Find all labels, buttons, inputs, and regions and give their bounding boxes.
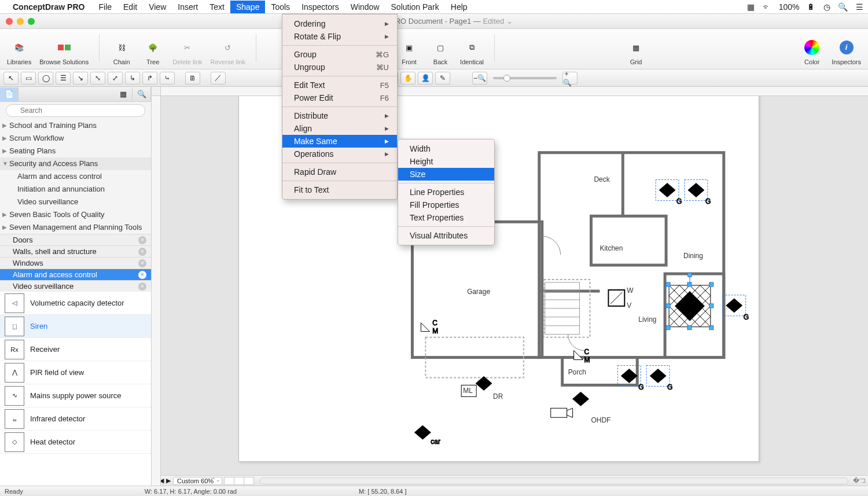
hand-tool[interactable]: ✋ [400,72,415,84]
library-row[interactable]: Alarm and access control× [0,269,151,280]
menu-shape[interactable]: Shape [230,1,265,13]
menu-item-rotate-flip[interactable]: Rotate & Flip [282,30,397,43]
ellipse-tool[interactable]: ◯ [38,72,53,84]
shape-item[interactable]: RxReceiver [0,338,151,361]
menu-solution-park[interactable]: Solution Park [385,1,445,13]
menu-window[interactable]: Window [345,1,385,13]
tree-item[interactable]: ▼Security and Access Plans [0,157,151,170]
close-window-button[interactable] [6,18,13,25]
h-scrollbar[interactable] [260,477,848,484]
zoom-combo[interactable]: Custom 60% [173,477,222,485]
lp-tab-search[interactable]: 🔍 [133,87,151,101]
browse-solutions-button[interactable]: Browse Solutions [37,36,91,67]
submenu-item-visual-attributes[interactable]: Visual Attributes [398,229,494,242]
identical-button[interactable]: ⧉Identical [458,36,486,67]
grid-button[interactable]: ▦Grid [622,36,650,67]
shape-item[interactable]: ◁Volumetric capacity detector [0,292,151,315]
rect-tool[interactable]: ▭ [21,72,36,84]
canvas-area[interactable]: Deck Kitchen Dining Living Porch Garage … [152,87,868,486]
pointer-tool[interactable]: ↖ [3,72,19,84]
menu-tools[interactable]: Tools [265,1,296,13]
tree-item[interactable]: ▶Scrum Workflow [0,132,151,145]
menu-file[interactable]: File [93,1,117,13]
submenu-item-line-properties[interactable]: Line Properties [398,186,494,199]
lp-tab-outline[interactable]: 📄 [0,87,19,101]
doc-tool[interactable]: 🗎 [185,72,200,84]
zoom-slider[interactable] [493,77,557,79]
library-row[interactable]: Windows× [0,257,151,269]
spotlight-icon[interactable]: 🔍 [838,2,848,12]
zoom-window-button[interactable] [28,18,35,25]
shape-item[interactable]: ∿Mains supply power source [0,384,151,407]
close-library-icon[interactable]: × [138,248,146,256]
shape-item[interactable]: ⏛Infrared detector [0,407,151,431]
submenu-item-text-properties[interactable]: Text Properties [398,211,494,224]
menu-view[interactable]: View [143,1,172,13]
menu-item-distribute[interactable]: Distribute [282,109,397,122]
reverse-link-button[interactable]: ↺Reverse link [208,36,248,67]
library-row[interactable]: Video surveillance× [0,280,151,292]
eyedropper-tool[interactable]: ✎ [435,72,450,84]
libraries-button[interactable]: 📚Libraries [5,36,34,67]
shape-item[interactable]: ◇Heat detector [0,431,151,454]
menu-help[interactable]: Help [445,1,473,13]
menu-edit[interactable]: Edit [117,1,143,13]
menu-item-align[interactable]: Align [282,122,397,135]
menu-item-group[interactable]: Group⌘G [282,48,397,61]
library-row[interactable]: Walls, shell and structure× [0,245,151,257]
tree-item[interactable]: ▶Seating Plans [0,145,151,157]
ruler-horizontal[interactable] [161,87,868,96]
line-tool[interactable]: ／ [211,72,226,84]
pager-next[interactable]: ▶ [166,477,171,484]
menu-item-power-edit[interactable]: Power EditF6 [282,91,397,104]
conn5-tool[interactable]: ↱ [142,72,157,84]
conn2-tool[interactable]: ⤡ [90,72,105,84]
close-library-icon[interactable]: × [138,282,146,291]
close-library-icon[interactable]: × [138,271,146,279]
app-name[interactable]: ConceptDraw PRO [13,2,84,12]
resize-grip-icon[interactable]: �⫎ [853,477,866,484]
zoom-in-button[interactable]: ＋🔍 [562,72,578,84]
page-tabs[interactable] [225,477,254,485]
close-library-icon[interactable]: × [138,259,146,267]
tree-item[interactable]: Alarm and access control [0,170,151,183]
dashboard-icon[interactable]: ▦ [747,2,755,12]
tree-button[interactable]: 🌳Tree [139,36,167,67]
shape-item[interactable]: ⎕Siren [0,315,151,338]
menu-inspectors[interactable]: Inspectors [296,1,345,13]
front-button[interactable]: ▣Front [395,36,423,67]
minimize-window-button[interactable] [17,18,24,25]
battery-icon[interactable]: 🔋︎ [807,2,815,12]
library-search-input[interactable] [6,104,145,117]
close-library-icon[interactable]: × [138,236,146,244]
menu-item-make-same[interactable]: Make Same [282,135,397,148]
color-button[interactable]: Color [798,36,826,67]
lp-tab-grid[interactable]: ▦ [114,87,133,101]
shape-item[interactable]: ⋀PIR field of view [0,361,151,384]
tree-item[interactable]: ▶Seven Basic Tools of Quality [0,208,151,221]
menu-text[interactable]: Text [204,1,230,13]
tree-item[interactable]: Video surveillance [0,196,151,208]
conn1-tool[interactable]: ↘ [73,72,88,84]
submenu-item-size[interactable]: Size [398,168,494,181]
menu-item-ordering[interactable]: Ordering [282,17,397,30]
tree-item[interactable]: ▶School and Training Plans [0,119,151,132]
menu-item-fit-to-text[interactable]: Fit to Text [282,183,397,196]
zoom-out-button[interactable]: −🔍 [472,72,487,84]
library-row[interactable]: Doors× [0,234,151,245]
tree-item[interactable]: Initiation and annunciation [0,183,151,196]
wifi-icon[interactable]: ᯤ [763,2,771,12]
menu-item-edit-text[interactable]: Edit TextF5 [282,79,397,91]
text-tool[interactable]: ☰ [56,72,71,84]
conn6-tool[interactable]: ⤷ [160,72,175,84]
conn3-tool[interactable]: ⤢ [108,72,123,84]
menu-item-operations[interactable]: Operations [282,148,397,160]
tree-item[interactable]: ▶Seven Management and Planning Tools [0,221,151,234]
clock-icon[interactable]: ◷ [823,2,830,12]
back-button[interactable]: ▢Back [426,36,454,67]
delete-link-button[interactable]: ✂Delete link [170,36,204,67]
submenu-item-height[interactable]: Height [398,155,494,168]
ruler-vertical[interactable] [152,96,161,486]
menu-item-ungroup[interactable]: Ungroup⌘U [282,61,397,74]
person-tool[interactable]: 👤 [418,72,433,84]
